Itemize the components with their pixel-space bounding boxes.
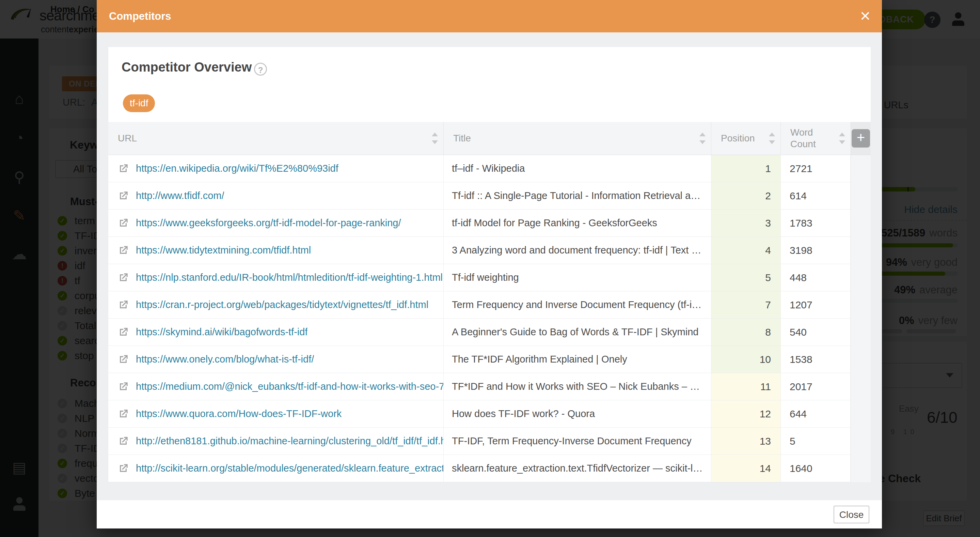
column-header-url[interactable]: URL xyxy=(108,122,444,155)
competitor-position: 12 xyxy=(711,400,781,427)
add-column-cell: + xyxy=(851,122,871,155)
table-row: http://www.tfidf.com/ Tf-idf :: A Single… xyxy=(108,182,851,210)
competitor-position: 8 xyxy=(711,319,781,346)
competitor-title: TF*IDF and How it Works with SEO – Nick … xyxy=(444,373,711,400)
competitor-word-count: 540 xyxy=(781,319,851,346)
table-row: https://www.onely.com/blog/what-is-tf-id… xyxy=(108,346,851,373)
table-header: URL Title Position Word Count xyxy=(108,122,851,155)
competitor-title: The TF*IDF Algorithm Explained | Onely xyxy=(444,346,711,373)
competitor-url-link[interactable]: https://cran.r-project.org/web/packages/… xyxy=(136,299,428,311)
url-cell: http://scikit-learn.org/stable/modules/g… xyxy=(108,455,444,482)
url-cell: https://nlp.stanford.edu/IR-book/html/ht… xyxy=(108,264,444,291)
competitor-position: 13 xyxy=(711,428,781,454)
column-header-title[interactable]: Title xyxy=(444,122,711,155)
url-cell: http://ethen8181.github.io/machine-learn… xyxy=(108,428,444,454)
add-column-strip xyxy=(851,155,871,482)
modal-title: Competitors xyxy=(109,0,171,32)
competitor-title: A Beginner's Guide to Bag of Words & TF-… xyxy=(444,319,711,346)
competitor-url-link[interactable]: http://scikit-learn.org/stable/modules/g… xyxy=(136,463,443,474)
competitor-word-count: 1783 xyxy=(781,210,851,236)
competitor-word-count: 1640 xyxy=(781,455,851,482)
close-icon[interactable]: × xyxy=(860,0,870,31)
competitor-word-count: 644 xyxy=(781,400,851,427)
competitor-title: Tf-idf :: A Single-Page Tutorial - Infor… xyxy=(444,182,711,209)
external-link-icon[interactable] xyxy=(118,327,129,338)
competitor-word-count: 448 xyxy=(781,264,851,291)
sort-arrows-icon[interactable] xyxy=(699,132,706,144)
column-header-position[interactable]: Position xyxy=(711,122,781,155)
url-cell: https://www.onely.com/blog/what-is-tf-id… xyxy=(108,346,444,373)
competitor-title: 3 Analyzing word and document frequency:… xyxy=(444,237,711,264)
sort-arrows-icon[interactable] xyxy=(432,132,438,144)
url-cell: https://skymind.ai/wiki/bagofwords-tf-id… xyxy=(108,319,444,346)
competitor-url-link[interactable]: https://www.tidytextmining.com/tfidf.htm… xyxy=(136,245,311,256)
url-cell: https://www.quora.com/How-does-TF-IDF-wo… xyxy=(108,400,444,427)
close-button[interactable]: Close xyxy=(834,506,869,523)
competitor-word-count: 5 xyxy=(781,428,851,454)
competitor-word-count: 2017 xyxy=(781,373,851,400)
competitor-title: TF-IDF, Term Frequency-Inverse Document … xyxy=(444,428,711,454)
external-link-icon[interactable] xyxy=(118,163,129,174)
competitor-word-count: 3198 xyxy=(781,237,851,264)
table-row: https://skymind.ai/wiki/bagofwords-tf-id… xyxy=(108,319,851,346)
competitor-overview-card: Competitor Overview ? tf-idf URL Title P… xyxy=(108,47,871,482)
table-row: https://en.wikipedia.org/wiki/Tf%E2%80%9… xyxy=(108,155,851,182)
competitor-position: 7 xyxy=(711,291,781,318)
external-link-icon[interactable] xyxy=(118,463,129,474)
competitor-title: tf-idf Model for Page Ranking - Geeksfor… xyxy=(444,210,711,236)
overview-title: Competitor Overview xyxy=(122,60,251,75)
table-row: https://cran.r-project.org/web/packages/… xyxy=(108,291,851,319)
competitor-position: 1 xyxy=(711,155,781,182)
competitor-word-count: 2721 xyxy=(781,155,851,182)
table-body: https://en.wikipedia.org/wiki/Tf%E2%80%9… xyxy=(108,155,851,482)
table-row: http://ethen8181.github.io/machine-learn… xyxy=(108,428,851,455)
external-link-icon[interactable] xyxy=(118,217,129,229)
competitor-title: How does TF-IDF work? - Quora xyxy=(444,400,711,427)
app-root: searchmetrics contentexperience Home / C… xyxy=(0,0,980,537)
external-link-icon[interactable] xyxy=(118,299,129,311)
column-header-word-count[interactable]: Word Count xyxy=(781,122,851,155)
table-row: https://www.quora.com/How-does-TF-IDF-wo… xyxy=(108,400,851,428)
competitor-url-link[interactable]: https://nlp.stanford.edu/IR-book/html/ht… xyxy=(136,272,443,283)
add-column-button[interactable]: + xyxy=(852,129,870,148)
sort-arrows-icon[interactable] xyxy=(839,132,845,144)
competitor-url-link[interactable]: https://en.wikipedia.org/wiki/Tf%E2%80%9… xyxy=(136,163,339,174)
url-cell: https://www.tidytextmining.com/tfidf.htm… xyxy=(108,237,444,264)
modal-header: Competitors × xyxy=(97,0,882,32)
url-cell: https://www.geeksforgeeks.org/tf-idf-mod… xyxy=(108,210,444,236)
competitor-url-link[interactable]: https://www.onely.com/blog/what-is-tf-id… xyxy=(136,354,314,365)
external-link-icon[interactable] xyxy=(118,190,129,202)
url-cell: https://medium.com/@nick_eubanks/tf-idf-… xyxy=(108,373,444,400)
modal-footer: Close xyxy=(97,500,882,529)
competitor-url-link[interactable]: https://www.geeksforgeeks.org/tf-idf-mod… xyxy=(136,217,401,229)
competitors-modal: Competitors × Competitor Overview ? tf-i… xyxy=(97,0,882,529)
competitor-title: tf–idf - Wikipedia xyxy=(444,155,711,182)
table-row: http://scikit-learn.org/stable/modules/g… xyxy=(108,455,851,482)
external-link-icon[interactable] xyxy=(118,354,129,365)
competitor-position: 2 xyxy=(711,182,781,209)
competitor-url-link[interactable]: http://ethen8181.github.io/machine-learn… xyxy=(136,435,443,447)
overview-help-icon[interactable]: ? xyxy=(254,63,267,76)
sort-arrows-icon[interactable] xyxy=(769,132,775,144)
table-row: https://nlp.stanford.edu/IR-book/html/ht… xyxy=(108,264,851,291)
external-link-icon[interactable] xyxy=(118,381,129,392)
competitor-title: Tf-idf weighting xyxy=(444,264,711,291)
external-link-icon[interactable] xyxy=(118,435,129,447)
keyword-tag: tf-idf xyxy=(123,94,155,112)
competitor-position: 10 xyxy=(711,346,781,373)
competitor-title: Term Frequency and Inverse Document Freq… xyxy=(444,291,711,318)
competitor-position: 5 xyxy=(711,264,781,291)
competitor-word-count: 1207 xyxy=(781,291,851,318)
competitor-url-link[interactable]: https://medium.com/@nick_eubanks/tf-idf-… xyxy=(136,381,443,392)
competitor-url-link[interactable]: https://www.quora.com/How-does-TF-IDF-wo… xyxy=(136,408,342,419)
competitor-title: sklearn.feature_extraction.text.TfidfVec… xyxy=(444,455,711,482)
competitor-url-link[interactable]: http://www.tfidf.com/ xyxy=(136,190,224,201)
competitor-url-link[interactable]: https://skymind.ai/wiki/bagofwords-tf-id… xyxy=(136,327,307,338)
external-link-icon[interactable] xyxy=(118,245,129,256)
competitor-position: 14 xyxy=(711,455,781,482)
external-link-icon[interactable] xyxy=(118,272,129,284)
url-cell: https://cran.r-project.org/web/packages/… xyxy=(108,291,444,318)
competitor-word-count: 614 xyxy=(781,182,851,209)
competitor-position: 11 xyxy=(711,373,781,400)
external-link-icon[interactable] xyxy=(118,408,129,420)
